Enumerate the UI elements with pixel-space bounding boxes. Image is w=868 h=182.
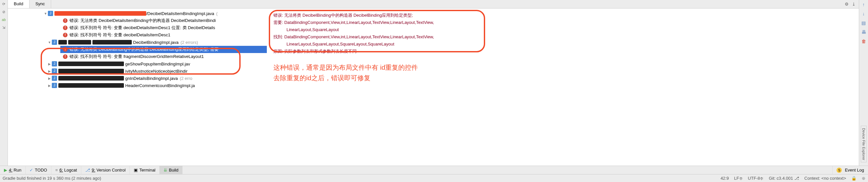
status-bar: Gradle build finished in 19 s 360 ms (2 …: [0, 174, 868, 182]
file-name[interactable]: HeaderCommentcountBindingImpl.ja: [125, 83, 195, 88]
minimize-icon[interactable]: ⤓: [852, 2, 856, 6]
left-gutter: ⟳ ⊘ ab ⇲: [0, 0, 8, 166]
redacted: [68, 40, 91, 44]
tab-todo[interactable]: ✓TODO: [26, 166, 51, 174]
chevron-down-icon[interactable]: ▼: [43, 12, 48, 15]
error-icon: [63, 33, 67, 37]
arrow-up-icon[interactable]: ↑: [861, 2, 867, 8]
tab-terminal[interactable]: ▣Terminal: [130, 166, 160, 174]
java-file-icon: [52, 61, 57, 67]
delete-icon[interactable]: 🗑: [861, 39, 867, 44]
file-name[interactable]: geShowPopupItemBindingImpl.jav: [125, 62, 190, 67]
gear-icon[interactable]: ⚙: [845, 2, 849, 6]
error-icon: [63, 18, 67, 23]
java-file-icon: [52, 83, 57, 88]
chevron-right-icon[interactable]: ▶: [47, 62, 52, 66]
file-name[interactable]: DecibelBindingImpl.java: [133, 40, 179, 45]
chevron-down-icon[interactable]: ▼: [47, 41, 52, 44]
redacted: [58, 62, 124, 66]
context[interactable]: Context: <no context>: [804, 176, 846, 181]
detail-line: LinearLayout,SquareLayout: [273, 26, 852, 33]
redacted: [58, 69, 124, 73]
detail-line: 找到: DataBindingComponent,View,int,Linear…: [273, 33, 852, 41]
panel-tabs: Build Sync ⚙ ⤓: [8, 0, 859, 8]
detail-line: 需要: DataBindingComponent,View,int,Linear…: [273, 19, 852, 26]
error-count: (2 erro: [180, 76, 192, 81]
git-branch[interactable]: Git: c3.4.001 ⎇: [769, 176, 799, 181]
java-file-icon: [52, 40, 57, 45]
tab-run[interactable]: ▶4: Run: [0, 166, 26, 174]
tab-sync[interactable]: Sync: [30, 0, 51, 8]
stop-icon[interactable]: ⊘: [1, 9, 6, 14]
chevron-right-icon[interactable]: ▶: [47, 77, 52, 80]
error-icon: [63, 26, 67, 30]
redacted: [58, 76, 124, 80]
file-name[interactable]: /DecibelDetailsItemBindingImpl.java: [146, 11, 214, 16]
indicator-icon[interactable]: ⊕: [862, 176, 865, 181]
chevron-right-icon[interactable]: ▶: [47, 84, 52, 87]
error-text-selected[interactable]: 错误: 无法将类 DecibelBinding中的构造器 DecibelBind…: [69, 46, 219, 52]
paren: (: [216, 11, 217, 16]
encoding[interactable]: UTF-8≑: [748, 176, 764, 181]
annotation-text: 去除重复的id之后，错误即可修复: [273, 73, 852, 83]
error-icon: [63, 47, 67, 52]
right-gutter: ↑ ↓ ▤ 🖶 🗑 Device File Explorer: [859, 0, 868, 166]
file-name[interactable]: gnInDetailsBindingImpl.java: [125, 76, 178, 81]
error-text[interactable]: 错误: 找不到符号 符号: 变量 fragmentDiscoverGridIte…: [69, 54, 204, 60]
java-file-icon: [48, 11, 53, 16]
redacted: [58, 40, 67, 44]
reload-icon[interactable]: ⟳: [1, 1, 6, 6]
error-details: 错误: 无法将类 DecibelBinding中的构造器 DecibelBind…: [267, 8, 859, 166]
tab-build-bottom[interactable]: ⇊Build: [160, 166, 183, 174]
error-text[interactable]: 错误: 找不到符号 符号: 变量 decibelDetailsItemDesc1: [69, 32, 170, 38]
chevron-right-icon[interactable]: ▶: [47, 69, 52, 73]
build-tree[interactable]: ▼ /DecibelDetailsItemBindingImpl.java ( …: [8, 8, 267, 166]
expand-icon[interactable]: ⇲: [1, 25, 6, 30]
redacted: [58, 83, 124, 88]
error-count: (2 errors): [181, 40, 198, 45]
detail-line: 错误: 无法将类 DecibelBinding中的构造器 DecibelBind…: [273, 12, 852, 19]
file-name[interactable]: ivityMustnoticeNoticeobjectBindir: [125, 69, 187, 74]
detail-line: 原因: 实际参数列表和形式参数列表长度不同: [273, 48, 852, 55]
lock-icon[interactable]: 🔒: [851, 176, 857, 181]
detail-line: LinearLayout,SquareLayout,SquareLayout,S…: [273, 41, 852, 48]
bottom-tool-tabs: ▶4: Run ✓TODO ≡6: Logcat ⎇9: Version Con…: [0, 166, 868, 174]
tab-event-log[interactable]: 5Event Log: [832, 166, 868, 174]
java-file-icon: [52, 76, 57, 81]
event-badge: 5: [837, 168, 842, 173]
side-tab-device-file-explorer[interactable]: Device File Explorer: [861, 126, 867, 162]
arrow-down-icon[interactable]: ↓: [861, 11, 867, 17]
tab-build[interactable]: Build: [8, 0, 30, 8]
error-text[interactable]: 错误: 找不到符号 符号: 变量 decibelDetailsItemDesc1…: [69, 25, 215, 31]
line-separator[interactable]: LF≑: [734, 176, 742, 181]
print-icon[interactable]: 🖶: [861, 30, 867, 35]
tab-version-control[interactable]: ⎇9: Version Control: [81, 166, 130, 174]
tab-logcat[interactable]: ≡6: Logcat: [52, 166, 81, 174]
java-file-icon: [52, 68, 57, 74]
status-message: Gradle build finished in 19 s 360 ms (2 …: [3, 176, 101, 181]
error-icon: [63, 54, 67, 59]
redacted: [92, 40, 132, 44]
filter-icon[interactable]: ab: [1, 17, 6, 22]
error-text[interactable]: 错误: 无法将类 DecibelDetailsItemBinding中的构造器 …: [69, 18, 216, 24]
caret-position[interactable]: 42:9: [720, 176, 729, 181]
redacted-path: [54, 11, 146, 16]
layers-icon[interactable]: ▤: [861, 20, 867, 26]
annotation-text: 这种错误，通常是因为布局文件中有 id重复的控件: [273, 62, 852, 73]
